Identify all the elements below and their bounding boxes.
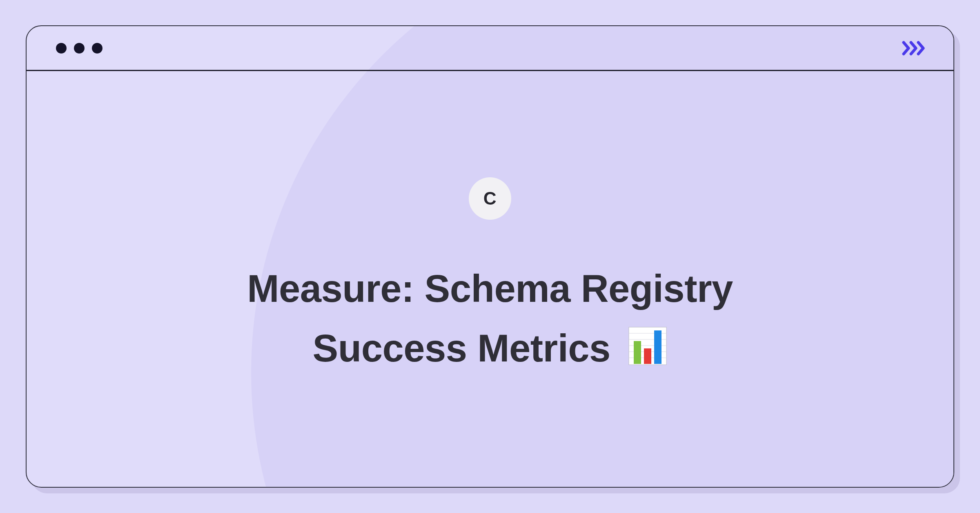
double-chevron-right-icon: [902, 41, 928, 56]
window-dot-icon[interactable]: [92, 43, 102, 54]
headline-line-2: Success Metrics: [247, 319, 733, 382]
window-titlebar: [27, 26, 953, 71]
forward-button[interactable]: [902, 41, 928, 56]
svg-rect-8: [654, 330, 662, 364]
bar-chart-icon: [628, 323, 667, 382]
svg-rect-6: [634, 341, 641, 364]
window-dot-icon[interactable]: [56, 43, 67, 54]
window-dot-icon[interactable]: [74, 43, 85, 54]
avatar: C: [469, 177, 511, 220]
page-title: Measure: Schema Registry Success Metrics: [247, 259, 733, 382]
svg-rect-7: [644, 348, 651, 364]
avatar-letter: C: [483, 188, 497, 209]
window-controls: [56, 43, 102, 54]
card-content: C Measure: Schema Registry Success Metri…: [27, 71, 953, 487]
app-window: C Measure: Schema Registry Success Metri…: [26, 25, 954, 488]
headline-line-2-text: Success Metrics: [313, 327, 610, 370]
headline-line-1: Measure: Schema Registry: [247, 259, 733, 319]
